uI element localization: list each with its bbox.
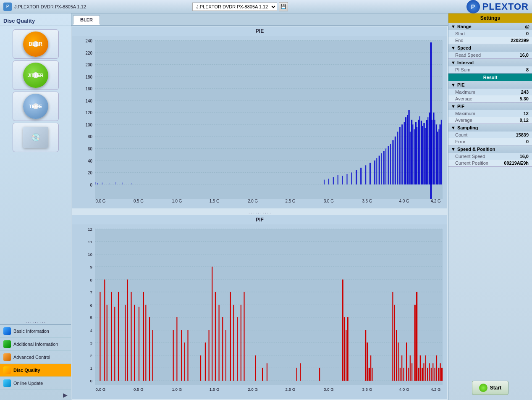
save-button[interactable]: 💾 [279,2,288,11]
range-at-icon: @ [525,24,529,29]
svg-rect-70 [419,116,420,184]
svg-rect-46 [374,161,375,184]
svg-rect-57 [399,127,401,184]
pie-avg-label: Average [455,96,472,101]
svg-rect-183 [411,363,412,381]
svg-rect-182 [410,355,411,381]
svg-rect-162 [300,363,301,381]
svg-rect-141 [176,317,177,381]
svg-text:180: 180 [86,74,93,79]
settings-pisum-row: PI Sum 8 [448,66,532,73]
end-label: End [455,38,464,43]
curspeed-label: Current Speed [455,154,485,159]
svg-text:0.5 G: 0.5 G [134,387,144,392]
svg-rect-155 [237,317,238,381]
pie-chart-inner: 240 220 200 180 160 140 120 100 80 60 40… [72,36,447,208]
settings-pif-header[interactable]: ▼ PIF [448,103,532,110]
pie-max-label: Maximum [455,89,475,95]
settings-pif-max-row: Maximum 12 [448,110,532,117]
settings-speed-header[interactable]: ▼ Speed [448,44,532,52]
pisum-value: 8 [526,67,529,72]
device-dropdown[interactable]: J:PLEXTOR DVDR PX-8805A 1.12 [192,3,277,11]
expand-button[interactable]: ▶ [63,392,68,398]
bler-label: BLER [29,41,42,47]
settings-pie-max-row: Maximum 243 [448,89,532,95]
svg-text:0: 0 [90,379,92,384]
svg-text:200: 200 [86,63,93,67]
settings-interval-header[interactable]: ▼ Interval [448,59,532,66]
svg-rect-45 [370,163,371,184]
sidebar-item-online[interactable]: Online Update [0,377,71,390]
svg-rect-199 [441,368,443,381]
svg-text:3.0 G: 3.0 G [324,199,334,203]
sampling-label: Sampling [457,125,478,130]
plextor-logo: P PLEXTOR [466,0,529,13]
svg-text:2.5 G: 2.5 G [285,199,295,203]
start-button[interactable]: Start [472,381,508,395]
settings-sampling-header[interactable]: ▼ Sampling [448,124,532,132]
jitter-icon-button[interactable]: JITTER [13,61,59,90]
svg-text:2: 2 [90,353,92,358]
settings-start-row: Start 0 [448,30,532,37]
start-label: Start [455,31,465,36]
svg-rect-29 [97,183,98,184]
tefe-icon-button[interactable]: TE/FE [13,92,59,121]
svg-text:2.0 G: 2.0 G [248,387,258,392]
svg-rect-169 [367,342,368,381]
svg-rect-65 [412,124,413,184]
svg-text:0.0 G: 0.0 G [96,387,106,392]
settings-pie-header[interactable]: ▼ PIE [448,81,532,89]
svg-rect-145 [200,355,201,381]
settings-range-header[interactable]: ▼ Range @ [448,23,532,30]
svg-text:4.0 G: 4.0 G [399,387,409,392]
tab-bler[interactable]: BLER [73,15,100,25]
svg-text:3: 3 [90,341,92,345]
svg-rect-193 [431,368,432,381]
svg-rect-59 [404,122,405,184]
plextor-logo-text: PLEXTOR [482,1,529,12]
settings-curpos-row: Current Position 00219AE9h [448,160,532,166]
sidebar-item-advanced[interactable]: Advanced Control [0,351,71,364]
pif-max-value: 12 [524,111,529,116]
svg-rect-156 [241,305,241,381]
svg-text:1: 1 [90,366,92,371]
svg-rect-126 [104,279,105,381]
generic-icon-button[interactable]: 💿 [13,123,59,152]
svg-rect-47 [376,158,377,184]
sidebar-item-basic[interactable]: Basic Information [0,325,71,338]
jitter-label: JITTER [28,73,44,78]
svg-rect-71 [421,121,422,184]
sidebar-item-label-advanced: Advanced Control [13,355,50,360]
sidebar-item-additional[interactable]: Additional Information [0,338,71,351]
svg-rect-146 [205,342,206,381]
settings-speedpos-header[interactable]: ▼ Speed & Position [448,145,532,153]
svg-text:6: 6 [90,303,92,308]
svg-rect-84 [438,129,439,184]
svg-rect-53 [390,144,391,184]
svg-rect-44 [365,165,366,184]
sidebar: Disc Quality BLER JITTER TE/FE [0,13,71,400]
svg-text:3.0 G: 3.0 G [324,387,334,392]
readspeed-label: Read Speed [455,53,481,58]
sidebar-item-disc[interactable]: Disc Quality [0,364,71,377]
generic-disc: 💿 [23,127,48,148]
sidebar-nav: Basic Information Additional Information… [0,324,71,390]
device-label: J:PLEXTOR DVDR PX-8805A 1.12 [14,4,192,9]
sidebar-title: Disc Quality [0,15,71,26]
bler-icon-button[interactable]: BLER [13,29,59,59]
svg-rect-79 [432,120,432,184]
svg-rect-154 [233,305,234,381]
start-button-icon [479,384,487,392]
svg-rect-31 [109,183,109,184]
svg-rect-168 [365,330,366,381]
svg-text:160: 160 [86,87,93,91]
svg-rect-153 [230,292,231,381]
svg-rect-129 [114,307,115,381]
svg-rect-181 [408,368,409,381]
svg-rect-165 [344,317,345,381]
svg-rect-83 [437,132,438,184]
svg-rect-76 [427,117,428,184]
svg-text:7: 7 [90,290,92,295]
svg-rect-157 [244,292,244,381]
svg-text:4.2 G: 4.2 G [431,387,441,392]
